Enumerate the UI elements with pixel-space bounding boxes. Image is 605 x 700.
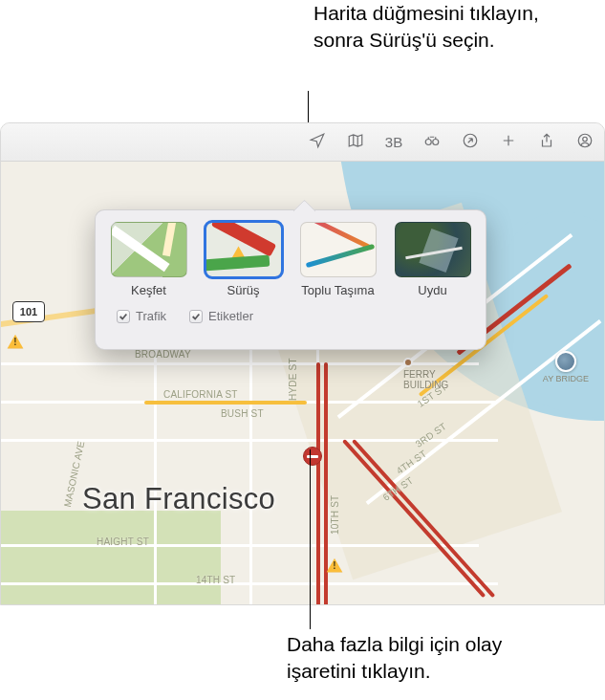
callout-leader-line <box>308 91 309 123</box>
bridge-label: AY BRIDGE <box>543 374 589 383</box>
road <box>1 544 479 547</box>
locate-button[interactable] <box>306 129 329 156</box>
checkbox-icon <box>117 310 130 323</box>
location-arrow-icon <box>309 132 326 152</box>
route-number: 101 <box>20 306 37 317</box>
street-label: 10TH ST <box>330 495 340 535</box>
map-type-label: Toplu Taşıma <box>301 283 374 297</box>
incident-marker[interactable] <box>326 558 343 573</box>
lookaround-button[interactable] <box>421 129 443 156</box>
maps-window: 3B <box>0 122 605 605</box>
3d-label: 3B <box>385 134 402 150</box>
map-type-label: Sürüş <box>227 283 260 297</box>
road-closed-marker[interactable] <box>303 447 322 466</box>
labels-checkbox[interactable]: Etiketler <box>189 309 253 323</box>
share-button[interactable] <box>535 129 558 156</box>
add-button[interactable] <box>497 129 520 156</box>
svg-point-4 <box>583 137 588 142</box>
street-label: 14TH ST <box>196 575 235 585</box>
street-label: BROADWAY <box>135 349 191 360</box>
poi-dot-icon <box>403 358 413 367</box>
checkbox-label: Trafik <box>136 309 166 323</box>
city-label: San Francisco <box>82 482 275 516</box>
plus-icon <box>500 132 517 152</box>
traffic-heavy <box>324 362 328 604</box>
drive-thumb-icon <box>205 222 282 277</box>
hazard-icon <box>231 246 247 259</box>
map-type-transit[interactable]: Toplu Taşıma <box>298 222 378 297</box>
map-options-row: Trafik Etiketler <box>109 309 472 323</box>
callout-leader-line <box>310 449 311 629</box>
svg-point-0 <box>425 140 431 145</box>
user-circle-icon <box>576 132 594 152</box>
incident-marker[interactable] <box>7 334 24 349</box>
transit-thumb-icon <box>300 222 377 277</box>
share-icon <box>538 132 555 152</box>
toolbar: 3B <box>1 123 604 162</box>
traffic-checkbox[interactable]: Trafik <box>117 309 166 323</box>
poi-label: BUILDING <box>403 380 461 390</box>
poi-ferry-building[interactable]: FERRY BUILDING <box>403 358 461 390</box>
street-label: BUSH ST <box>221 408 264 419</box>
bridge-thumb-icon <box>555 351 576 372</box>
map-icon <box>347 132 364 152</box>
3d-toggle-button[interactable]: 3B <box>382 129 405 156</box>
traffic-heavy <box>316 362 320 604</box>
map-mode-popover: Keşfet Sürüş Toplu Taşıma Uydu <box>95 209 486 350</box>
checkbox-label: Etiketler <box>208 309 253 323</box>
directions-arrow-icon <box>462 132 479 152</box>
explore-thumb-icon <box>111 222 187 277</box>
account-button[interactable] <box>573 129 596 156</box>
callout-text: Harita düğmesini tıklayın, sonra Sürüş'ü… <box>313 2 539 51</box>
route-shield: 101 <box>12 301 45 322</box>
binoculars-icon <box>423 132 441 152</box>
satellite-thumb-icon <box>395 222 471 277</box>
map-type-label: Keşfet <box>131 283 166 297</box>
map-type-row: Keşfet Sürüş Toplu Taşıma Uydu <box>109 222 472 297</box>
bay-bridge-badge[interactable]: AY BRIDGE <box>543 351 589 383</box>
street-label: HAIGHT ST <box>97 536 149 547</box>
traffic-moderate <box>144 401 307 405</box>
map-mode-button[interactable] <box>344 129 367 156</box>
map-type-drive[interactable]: Sürüş <box>204 222 283 297</box>
map-canvas[interactable]: BROADWAY CALIFORNIA ST BUSH ST HYDE ST M… <box>1 162 604 604</box>
callout-text: Daha fazla bilgi için olay işaretini tık… <box>287 633 502 682</box>
map-type-explore[interactable]: Keşfet <box>109 222 188 297</box>
street-label: HYDE ST <box>288 358 298 401</box>
street-label: CALIFORNIA ST <box>163 389 238 400</box>
poi-label: FERRY <box>403 369 461 380</box>
callout-map-button: Harita düğmesini tıklayın, sonra Sürüş'ü… <box>313 0 562 55</box>
callout-incident: Daha fazla bilgi için olay işaretini tık… <box>287 631 573 686</box>
checkbox-icon <box>189 310 203 323</box>
map-type-satellite[interactable]: Uydu <box>393 222 472 297</box>
directions-button[interactable] <box>459 129 482 156</box>
svg-point-1 <box>433 140 439 145</box>
park-area <box>1 511 221 604</box>
map-type-label: Uydu <box>418 283 446 297</box>
